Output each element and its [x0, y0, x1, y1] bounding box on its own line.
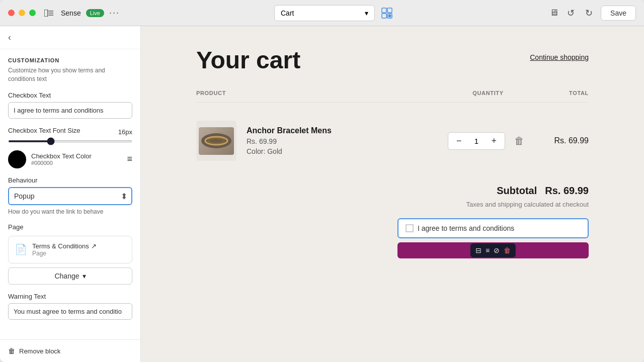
page-label: Page	[8, 223, 132, 231]
trash-icon: 🗑	[8, 347, 15, 355]
decrease-qty-button[interactable]: −	[454, 136, 464, 146]
toolbar-link-icon[interactable]: ⊘	[494, 246, 500, 254]
preview-area: Your cart Continue shopping PRODUCT QUAN…	[141, 26, 644, 362]
svg-rect-6	[382, 14, 386, 18]
toolbar-settings-icon[interactable]: ≡	[486, 246, 490, 254]
font-size-label: Checkbox Text Font Size	[8, 127, 80, 134]
continue-shopping-link[interactable]: Continue shopping	[530, 46, 589, 61]
sidebar: ‹ CUSTOMIZATION Customize how you show t…	[0, 26, 141, 362]
behaviour-label: Behaviour	[8, 176, 132, 184]
title-bar: Sense Live ··· Cart ▾ 🖥 ↺	[0, 0, 644, 26]
behaviour-select[interactable]: Popup New Page	[8, 187, 132, 205]
page-selector-box: 📄 Terms & Conditions ↗ Page	[8, 236, 132, 263]
monitor-icon[interactable]: 🖥	[549, 8, 558, 18]
terms-checkbox[interactable]	[406, 224, 414, 232]
close-button[interactable]	[8, 10, 15, 16]
page-selector-value: Cart	[281, 9, 294, 17]
undo-button[interactable]: ↺	[562, 5, 579, 21]
remove-block-button[interactable]: 🗑 Remove block	[0, 339, 140, 362]
item-price: Rs. 69.99	[247, 137, 332, 145]
layers-icon[interactable]: ≡	[127, 154, 132, 164]
chevron-down-icon: ▾	[365, 9, 368, 17]
svg-rect-0	[44, 10, 48, 17]
change-label: Change	[54, 272, 79, 280]
subtotal-label: Subtotal	[497, 185, 537, 197]
customization-section-title: CUSTOMIZATION	[8, 57, 132, 63]
svg-point-10	[208, 138, 224, 143]
warning-text-label: Warning Text	[8, 293, 132, 300]
grid-view-icon[interactable]	[379, 5, 395, 21]
item-color: Color: Gold	[247, 147, 332, 155]
more-options-button[interactable]: ···	[109, 8, 120, 18]
color-hex: #000000	[31, 160, 92, 166]
checkout-btn-wrapper: ⊟ ≡ ⊘ 🗑	[397, 242, 589, 258]
bracelet-visual	[201, 133, 231, 148]
checkbox-text-input[interactable]	[8, 102, 132, 119]
product-column-header: PRODUCT	[196, 90, 438, 96]
qty-value: 1	[474, 137, 478, 145]
cart-title: Your cart	[196, 46, 300, 74]
traffic-lights	[8, 10, 36, 16]
svg-rect-5	[387, 8, 392, 13]
maximize-button[interactable]	[29, 10, 36, 16]
quantity-column-header: QUANTITY	[448, 90, 528, 96]
save-button[interactable]: Save	[601, 6, 636, 21]
page-selector[interactable]: Cart ▾	[274, 5, 375, 21]
redo-button[interactable]: ↻	[581, 5, 597, 21]
checkout-section: I agree to terms and conditions ⊟ ≡ ⊘ 🗑	[196, 218, 589, 258]
toolbar-align-icon[interactable]: ⊟	[475, 246, 481, 254]
item-image	[196, 121, 236, 161]
warning-text-input[interactable]	[8, 303, 132, 320]
page-type: Page	[32, 250, 97, 257]
toolbar-delete-icon[interactable]: 🗑	[504, 246, 511, 254]
subtotal-value: Rs. 69.99	[545, 185, 589, 197]
back-icon[interactable]: ‹	[8, 32, 11, 42]
remove-block-label: Remove block	[19, 347, 60, 355]
font-size-slider[interactable]	[8, 140, 132, 142]
checkbox-text-label: Checkbox Text	[8, 92, 132, 99]
delete-item-button[interactable]: 🗑	[510, 135, 528, 147]
color-swatch[interactable]	[8, 150, 26, 168]
cart-footer: Subtotal Rs. 69.99 Taxes and shipping ca…	[196, 185, 589, 258]
svg-rect-4	[382, 8, 386, 13]
svg-point-8	[388, 14, 391, 17]
external-link-icon: ↗	[91, 242, 97, 250]
tax-note: Taxes and shipping calculated at checkou…	[196, 201, 589, 208]
page-name: Terms & Conditions ↗	[32, 242, 97, 250]
minimize-button[interactable]	[19, 10, 25, 16]
chevron-down-icon: ▾	[83, 272, 86, 280]
terms-text: I agree to terms and conditions	[418, 224, 514, 232]
cart-item: Anchor Bracelet Mens Rs. 69.99 Color: Go…	[196, 113, 589, 169]
back-button[interactable]: ‹	[0, 26, 140, 49]
site-name: Sense	[61, 9, 81, 17]
font-size-value: 16px	[118, 128, 132, 136]
document-icon: 📄	[15, 243, 27, 255]
color-section: Checkbox Text Color #000000 ≡	[8, 150, 132, 168]
item-name: Anchor Bracelet Mens	[247, 126, 332, 135]
color-label: Checkbox Text Color	[31, 152, 92, 160]
behaviour-hint: How do you want the link to behave	[8, 208, 132, 215]
item-total: Rs. 69.99	[538, 136, 589, 145]
live-badge: Live	[86, 9, 104, 17]
change-button[interactable]: Change ▾	[8, 267, 132, 285]
sidebar-toggle-icon[interactable]	[42, 6, 56, 20]
terms-row: I agree to terms and conditions	[397, 218, 589, 238]
behaviour-select-wrapper: Popup New Page ⬍	[8, 187, 132, 205]
increase-qty-button[interactable]: +	[489, 136, 499, 146]
floating-toolbar: ⊟ ≡ ⊘ 🗑	[470, 243, 516, 257]
table-header: PRODUCT QUANTITY TOTAL	[196, 90, 589, 103]
total-column-header: TOTAL	[538, 90, 589, 96]
customization-desc: Customize how you show terms and conditi…	[8, 66, 132, 83]
quantity-control: − 1 +	[448, 132, 505, 150]
